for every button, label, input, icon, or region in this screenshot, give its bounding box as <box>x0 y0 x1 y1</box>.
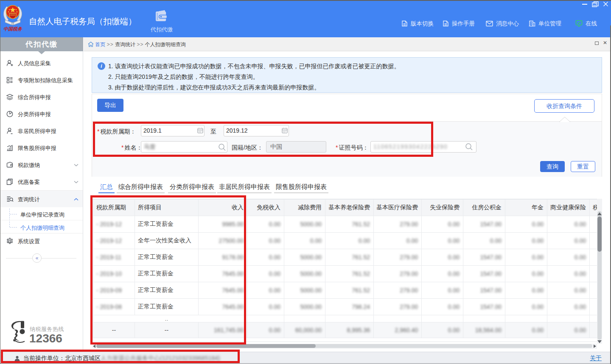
svg-text:中国税务: 中国税务 <box>3 26 22 31</box>
